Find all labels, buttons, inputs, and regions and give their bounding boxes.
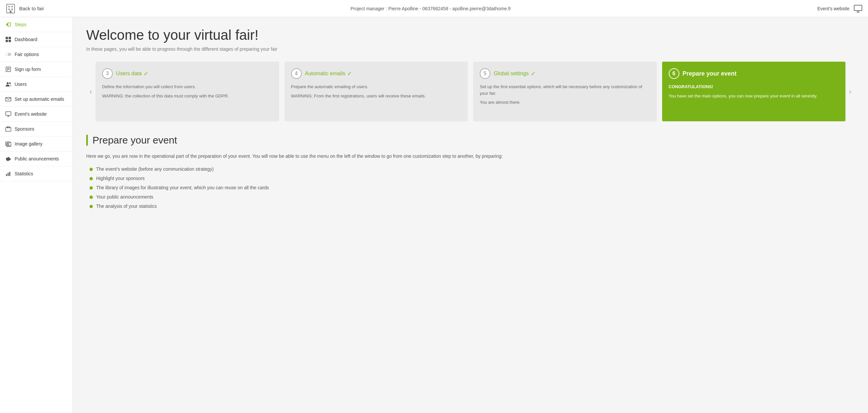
- list-item: The event's website (before any communic…: [90, 166, 855, 172]
- sidebar-public-announcements-label: Public anouncements: [14, 156, 59, 161]
- step-card-4[interactable]: 4 Automatic emails ✓ Prepare the automat…: [284, 62, 468, 121]
- svg-rect-37: [9, 172, 10, 176]
- step-body-6: You have set the main options, you can n…: [669, 93, 839, 99]
- sidebar-item-image-gallery[interactable]: Image gallery: [0, 136, 72, 152]
- svg-rect-24: [6, 112, 11, 115]
- back-to-fair-label[interactable]: Back to fair: [19, 6, 44, 11]
- building-icon: [5, 3, 16, 14]
- svg-point-21: [7, 82, 9, 84]
- step-number-5: 5: [480, 68, 490, 79]
- svg-rect-6: [854, 5, 862, 10]
- sidebar-item-sponsors[interactable]: Sponsors: [0, 122, 72, 136]
- sidebar-item-dashboard[interactable]: Dashboard: [0, 32, 72, 47]
- step-title-5: Global settings ✓: [494, 70, 536, 77]
- sidebar: Steps Dashboard Fair options: [0, 17, 73, 413]
- sidebar-statistics-label: Statistics: [14, 171, 33, 176]
- bullet-text: The event's website (before any communic…: [96, 166, 214, 172]
- monitor-sidebar-icon: [5, 111, 11, 117]
- sidebar-item-statistics[interactable]: Statistics: [0, 166, 72, 181]
- sidebar-sign-up-form-label: Sign up form: [14, 67, 41, 72]
- step-congrats-6: CONGRATULATIONS!: [669, 84, 839, 90]
- announcements-icon: [5, 156, 11, 162]
- carousel-prev[interactable]: ‹: [86, 84, 95, 99]
- svg-rect-10: [8, 23, 10, 26]
- carousel-next[interactable]: ›: [845, 84, 855, 99]
- step-header-5: 5 Global settings ✓: [480, 68, 650, 79]
- svg-rect-13: [6, 40, 8, 42]
- list-item: The library of images for illustrating y…: [90, 185, 855, 190]
- step-card-5[interactable]: 5 Global settings ✓ Set up the first ess…: [473, 62, 657, 121]
- step-4-checkmark: ✓: [347, 70, 352, 77]
- sidebar-events-website-label: Event's website: [14, 112, 47, 117]
- header-right: Event's website: [817, 4, 863, 13]
- step-header-4: 4 Automatic emails ✓: [291, 68, 462, 79]
- project-manager-info: Project manager : Pierre Apolline - 0637…: [350, 6, 511, 11]
- email-icon: [5, 96, 11, 102]
- sidebar-item-events-website[interactable]: Event's website: [0, 107, 72, 122]
- step-5-checkmark: ✓: [531, 70, 536, 77]
- svg-rect-34: [7, 160, 8, 161]
- svg-rect-3: [8, 9, 10, 10]
- step-number-4: 4: [291, 68, 302, 79]
- sponsors-icon: [5, 126, 11, 132]
- sidebar-fair-options-label: Fair options: [14, 52, 39, 57]
- svg-rect-1: [8, 6, 10, 7]
- step-body-5: Set up the first essential options, whic…: [480, 84, 650, 96]
- bullet-dot: [90, 168, 93, 171]
- dashboard-icon: [5, 36, 11, 42]
- step-header-3: 3 Users data ✓: [102, 68, 273, 79]
- sidebar-users-label: Users: [14, 82, 27, 87]
- sidebar-dashboard-label: Dashboard: [14, 37, 37, 42]
- list-item: Your public announcements: [90, 194, 855, 199]
- top-header: Back to fair Project manager : Pierre Ap…: [0, 0, 868, 17]
- svg-rect-11: [6, 37, 8, 39]
- bullet-dot: [90, 205, 93, 208]
- sidebar-item-sign-up-form[interactable]: Sign up form: [0, 62, 72, 77]
- svg-rect-27: [6, 127, 11, 131]
- svg-rect-33: [9, 158, 10, 160]
- events-website-link[interactable]: Event's website: [817, 6, 849, 11]
- svg-rect-14: [9, 40, 11, 42]
- step-body-4: Prepare the automatic emailing of users.: [291, 84, 462, 90]
- step-title-4: Automatic emails ✓: [305, 70, 352, 77]
- sidebar-steps-label: Steps: [14, 22, 27, 27]
- bullet-dot: [90, 177, 93, 180]
- sidebar-item-public-announcements[interactable]: Public anouncements: [0, 152, 72, 166]
- step-warning-3: WARNING: the collection of this data mus…: [102, 93, 273, 98]
- step-body-3: Define the information you will collect …: [102, 84, 273, 90]
- svg-rect-4: [11, 9, 13, 10]
- svg-rect-5: [10, 10, 11, 13]
- section-title: Prepare your event: [93, 134, 177, 146]
- step-warning-4: WARNING: From the first registrations, u…: [291, 93, 462, 98]
- sidebar-item-fair-options[interactable]: Fair options: [0, 47, 72, 62]
- bullet-dot: [90, 186, 93, 190]
- page-title: Welcome to your virtual fair!: [86, 27, 855, 43]
- list-item: Highlight your sponsors: [90, 176, 855, 181]
- svg-point-16: [6, 53, 8, 56]
- sidebar-auto-emails-label: Set up automatic emails: [14, 96, 64, 102]
- step-card-6[interactable]: 6 Prepare your event CONGRATULATIONS! Yo…: [662, 62, 846, 121]
- section-accent-bar: [86, 134, 88, 146]
- bullet-text: Your public announcements: [96, 194, 153, 199]
- bullet-list: The event's website (before any communic…: [86, 166, 855, 209]
- svg-rect-29: [9, 126, 10, 128]
- sidebar-item-auto-emails[interactable]: Set up automatic emails: [0, 92, 72, 107]
- users-icon: [5, 81, 11, 87]
- steps-container: 3 Users data ✓ Define the information yo…: [95, 62, 845, 121]
- svg-rect-2: [11, 6, 13, 7]
- toggle-icon: [5, 52, 11, 57]
- step-warning-5: You are almost there.: [480, 100, 650, 105]
- sidebar-image-gallery-label: Image gallery: [14, 141, 42, 147]
- bullet-text: The analysis of your statistics: [96, 203, 157, 209]
- step-3-checkmark: ✓: [144, 70, 149, 77]
- sidebar-item-steps[interactable]: Steps: [0, 17, 72, 32]
- step-card-3[interactable]: 3 Users data ✓ Define the information yo…: [95, 62, 279, 121]
- bullet-text: Highlight your sponsors: [96, 176, 145, 181]
- step-title-3: Users data ✓: [116, 70, 149, 77]
- step-title-6: Prepare your event: [683, 70, 737, 77]
- statistics-icon: [5, 171, 11, 177]
- header-left: Back to fair: [5, 3, 44, 14]
- page-subtitle: In these pages, you will be able to prog…: [86, 46, 855, 52]
- sidebar-item-users[interactable]: Users: [0, 77, 72, 92]
- svg-rect-28: [7, 126, 8, 128]
